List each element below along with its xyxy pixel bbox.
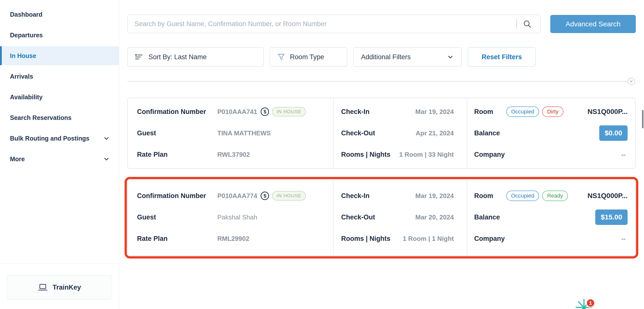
guest-label: Guest bbox=[137, 213, 217, 221]
search-input[interactable] bbox=[127, 15, 540, 33]
occupancy-status-badge: Occupied bbox=[506, 107, 539, 117]
sidebar-item-search-reservations[interactable]: Search Reservations bbox=[0, 108, 119, 127]
sidebar-item-bulk-routing[interactable]: Bulk Routing and Postings bbox=[0, 129, 119, 148]
balance-label: Balance bbox=[474, 129, 500, 137]
card-reservation-column: Confirmation Number P010AAA774 IN HOUSE … bbox=[128, 180, 333, 255]
card-dates-column: Check-In Mar 19, 2024 Check-Out Mar 20, … bbox=[333, 180, 467, 255]
search-icon[interactable] bbox=[523, 20, 532, 29]
rooms-nights-label: Rooms | Nights bbox=[341, 235, 390, 243]
trainkey-label: TrainKey bbox=[52, 284, 81, 291]
confirmation-row: Confirmation Number P010AAA741 IN HOUSE bbox=[137, 101, 331, 122]
guest-value: Pakshal Shah bbox=[217, 213, 257, 221]
additional-filters-label: Additional Filters bbox=[361, 53, 411, 61]
room-number: NS1Q000P... bbox=[588, 108, 628, 116]
in-house-status-badge: IN HOUSE bbox=[272, 107, 306, 116]
check-out-value: Apr 21, 2024 bbox=[416, 129, 454, 137]
check-in-row: Check-In Mar 19, 2024 bbox=[341, 101, 454, 122]
guest-row: Guest TINA MATTHEWS bbox=[137, 122, 331, 144]
sidebar-item-label: Bulk Routing and Postings bbox=[10, 135, 89, 142]
housekeeping-status-badge: Ready bbox=[542, 191, 568, 201]
sidebar-footer-divider bbox=[0, 263, 119, 264]
rate-plan-label: Rate Plan bbox=[137, 151, 217, 158]
confirmation-label: Confirmation Number bbox=[137, 108, 217, 116]
room-label: Room bbox=[474, 192, 493, 200]
room-status-pills: Occupied Ready bbox=[506, 191, 568, 201]
sidebar-item-label: Availability bbox=[10, 94, 42, 101]
in-house-status-badge: IN HOUSE bbox=[272, 191, 306, 200]
room-row: Room Occupied Ready NS1Q000P... bbox=[474, 185, 628, 206]
check-out-row: Check-Out Mar 20, 2024 bbox=[341, 206, 454, 228]
rate-plan-row: Rate Plan RML29902 bbox=[137, 228, 331, 249]
check-out-value: Mar 20, 2024 bbox=[415, 213, 454, 221]
guest-value: TINA MATTHEWS bbox=[217, 129, 271, 137]
housekeeping-status-badge: Dirty bbox=[542, 107, 563, 117]
search-divider bbox=[516, 19, 517, 29]
sidebar-item-more[interactable]: More bbox=[0, 150, 119, 168]
sidebar: Dashboard Departures In House Arrivals A… bbox=[0, 0, 119, 309]
company-row: Company -- bbox=[474, 228, 628, 249]
confirmation-value: P010AAA774 bbox=[217, 192, 257, 200]
chat-widget-button[interactable]: 1 bbox=[574, 297, 602, 309]
app-window: Dashboard Departures In House Arrivals A… bbox=[0, 0, 644, 309]
rooms-nights-value: 1 Room | 33 Night bbox=[399, 151, 454, 158]
reservation-card-selected[interactable]: Confirmation Number P010AAA774 IN HOUSE … bbox=[127, 180, 636, 256]
balance-label: Balance bbox=[474, 213, 500, 221]
rate-plan-row: Rate Plan RWL37902 bbox=[137, 144, 331, 165]
trainkey-button[interactable]: TrainKey bbox=[7, 275, 112, 299]
rooms-nights-row: Rooms | Nights 1 Room | 1 Night bbox=[341, 228, 454, 249]
scrollbar-thumb[interactable] bbox=[642, 110, 644, 128]
room-status-pills: Occupied Dirty bbox=[506, 107, 564, 117]
reset-filters-button[interactable]: Reset Filters bbox=[468, 47, 536, 67]
funnel-icon bbox=[278, 53, 285, 61]
balance-row: Balance $15.00 bbox=[474, 206, 628, 228]
balance-row: Balance $0.00 bbox=[474, 122, 628, 144]
dollar-circle-icon[interactable] bbox=[260, 192, 269, 200]
guest-row: Guest Pakshal Shah bbox=[137, 206, 331, 228]
sidebar-item-dashboard[interactable]: Dashboard bbox=[0, 5, 119, 24]
sidebar-nav: Dashboard Departures In House Arrivals A… bbox=[0, 0, 119, 168]
sort-by-button[interactable]: Sort By: Last Name bbox=[127, 47, 264, 67]
dollar-circle-icon[interactable] bbox=[260, 108, 269, 116]
card-reservation-column: Confirmation Number P010AAA741 IN HOUSE … bbox=[128, 98, 333, 168]
chat-notification-badge: 1 bbox=[586, 298, 595, 307]
card-room-column: Room Occupied Ready NS1Q000P... Balance … bbox=[467, 180, 635, 255]
check-in-label: Check-In bbox=[341, 192, 370, 200]
sidebar-item-availability[interactable]: Availability bbox=[0, 88, 119, 107]
company-label: Company bbox=[474, 151, 505, 158]
room-type-label: Room Type bbox=[290, 53, 324, 61]
additional-filters-button[interactable]: Additional Filters bbox=[353, 47, 462, 67]
sidebar-item-departures[interactable]: Departures bbox=[0, 26, 119, 45]
check-in-value: Mar 19, 2024 bbox=[415, 192, 454, 200]
sidebar-item-label: More bbox=[10, 155, 25, 163]
rooms-nights-label: Rooms | Nights bbox=[341, 151, 390, 158]
chevron-down-icon bbox=[446, 53, 454, 61]
company-value: -- bbox=[621, 235, 626, 243]
room-label: Room bbox=[474, 108, 493, 116]
rate-plan-value: RML29902 bbox=[217, 235, 250, 243]
sidebar-item-arrivals[interactable]: Arrivals bbox=[0, 67, 119, 86]
check-out-row: Check-Out Apr 21, 2024 bbox=[341, 122, 454, 144]
check-out-label: Check-Out bbox=[341, 129, 375, 137]
sort-icon bbox=[135, 54, 143, 60]
rate-plan-value: RWL37902 bbox=[217, 151, 250, 158]
sort-by-label: Sort By: Last Name bbox=[148, 53, 207, 61]
sidebar-item-label: In House bbox=[10, 52, 36, 60]
balance-button[interactable]: $15.00 bbox=[595, 209, 628, 225]
guest-label: Guest bbox=[137, 129, 217, 137]
balance-button[interactable]: $0.00 bbox=[599, 125, 628, 141]
sidebar-item-in-house[interactable]: In House bbox=[0, 46, 119, 65]
sidebar-item-label: Arrivals bbox=[10, 73, 33, 80]
collapse-filters-button[interactable] bbox=[628, 78, 635, 85]
advanced-search-button[interactable]: Advanced Search bbox=[550, 15, 636, 33]
sidebar-item-label: Dashboard bbox=[10, 11, 42, 18]
rate-plan-label: Rate Plan bbox=[137, 235, 217, 243]
check-in-row: Check-In Mar 19, 2024 bbox=[341, 185, 454, 206]
check-out-label: Check-Out bbox=[341, 213, 375, 221]
room-type-filter-button[interactable]: Room Type bbox=[270, 47, 347, 67]
card-dates-column: Check-In Mar 19, 2024 Check-Out Apr 21, … bbox=[333, 98, 467, 168]
company-label: Company bbox=[474, 235, 505, 243]
rooms-nights-value: 1 Room | 1 Night bbox=[403, 235, 454, 243]
confirmation-row: Confirmation Number P010AAA774 IN HOUSE bbox=[137, 185, 331, 206]
reservation-card[interactable]: Confirmation Number P010AAA741 IN HOUSE … bbox=[127, 98, 636, 169]
chevron-down-icon bbox=[103, 135, 110, 142]
